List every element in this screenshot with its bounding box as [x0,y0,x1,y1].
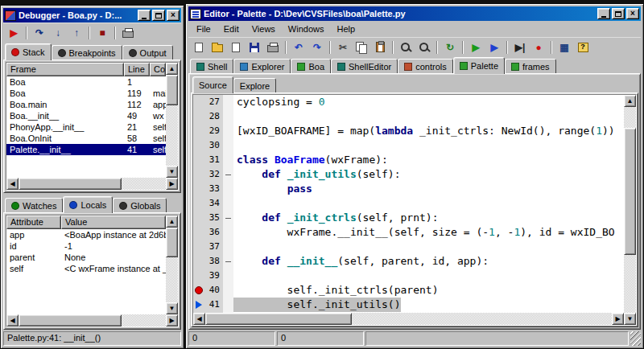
code-line[interactable]: 36 wxFrame.__init__(self, size = (-1, -1… [193,225,624,240]
menu-file[interactable]: File [190,23,217,35]
resize-grip[interactable] [630,331,641,346]
locals-rows[interactable]: app<BoaApp instance at 2d6b49id-1parentN… [6,229,166,314]
fold-margin[interactable] [223,109,233,124]
undo-button[interactable]: ↶ [290,39,308,55]
editor-maximize-button[interactable] [612,8,625,19]
editor-close-button[interactable]: × [626,8,639,19]
code-line[interactable]: 40 self._init_ctrls(parent) [193,283,624,298]
copy-button[interactable] [353,39,370,55]
run-to-cursor-button[interactable]: ▶| [511,39,529,55]
fold-margin[interactable] [223,225,233,240]
code-line[interactable]: 35 def _init_ctrls(self, prnt): [193,211,624,225]
tab-explorer[interactable]: Explorer [233,59,291,73]
tab-shell[interactable]: Shell [190,59,233,73]
fold-margin[interactable] [223,211,233,225]
locals-hscrollbar-thumb[interactable] [19,314,122,326]
debugger-maximize-button[interactable] [152,10,165,21]
tab-source[interactable]: Source [192,76,233,93]
fold-margin[interactable] [223,182,233,196]
marker-margin[interactable] [193,95,204,109]
marker-margin[interactable] [193,211,204,225]
fold-margin[interactable] [223,167,233,182]
debugger-close-button[interactable]: × [167,10,180,21]
stack-rows[interactable]: Boa1Boa119maiBoa.main112appBoa.__init__4… [6,76,166,178]
save-button[interactable] [246,39,263,55]
new-button[interactable] [190,39,208,55]
stack-row[interactable]: Palette.__init__41self [6,144,166,155]
column-header-line[interactable]: Line [124,63,150,76]
editor-vscrollbar[interactable]: ▲▼ [624,95,636,325]
fold-margin[interactable] [223,283,233,298]
stack-hscrollbar-left-button[interactable]: ◀ [6,178,19,190]
marker-margin[interactable] [193,124,204,138]
step-out-button[interactable]: ↑ [68,25,85,41]
locals-row[interactable]: parentNone [6,252,166,263]
help-button[interactable]: ? [574,39,592,55]
reload-button[interactable]: ↻ [441,39,459,55]
code-line[interactable]: 39 [193,269,624,283]
code-line[interactable]: 32 def _init_utils(self): [193,167,624,182]
stack-row[interactable]: Boa.OnInit58self [6,133,166,144]
code-line[interactable]: 41 self._init_utils() [193,298,624,312]
tab-palette[interactable]: Palette [453,57,505,74]
column-header-co[interactable]: Co [150,63,166,76]
locals-vscrollbar-down-button[interactable]: ▼ [166,302,178,314]
marker-margin[interactable] [193,269,204,283]
locals-hscrollbar-left-button[interactable]: ◀ [6,314,19,326]
continue-button[interactable]: ▶ [5,25,23,41]
open-button[interactable] [208,39,226,55]
editor-hscrollbar-right-button[interactable]: ▶ [612,313,624,325]
locals-row[interactable]: id-1 [6,240,166,252]
fold-margin[interactable] [223,269,233,283]
column-header-attribute[interactable]: Attribute [6,216,61,229]
editor-vscrollbar-track[interactable] [624,107,636,313]
editor-hscrollbar-track[interactable] [205,313,612,325]
editor-hscrollbar-left-button[interactable]: ◀ [193,313,205,325]
fold-margin[interactable] [223,240,233,254]
code-line[interactable]: 30 [193,138,624,153]
editor-vscrollbar-thumb[interactable] [624,128,636,256]
editor-vscrollbar-down-button[interactable]: ▼ [624,313,636,325]
marker-margin[interactable] [193,254,204,269]
marker-margin[interactable] [193,167,204,182]
fold-marker-icon[interactable] [225,218,231,219]
code-line[interactable]: 27cyclopsing = 0 [193,95,624,109]
marker-margin[interactable] [193,240,204,254]
locals-hscrollbar-track[interactable] [19,314,166,326]
marker-margin[interactable] [193,298,204,312]
stack-vscrollbar-up-button[interactable]: ▲ [166,63,178,75]
editor-hscrollbar[interactable]: ◀▶ [193,313,624,325]
column-header-frame[interactable]: Frame [6,63,124,76]
marker-margin[interactable] [193,196,204,211]
compile-check-button[interactable]: ▦ [555,39,573,55]
editor-hscrollbar-thumb[interactable] [205,313,352,325]
code-line[interactable]: 29[wxID_BOAFRAME] = map(lambda _init_ctr… [193,124,624,138]
debugger-minimize-button[interactable] [138,10,151,21]
locals-hscrollbar-right-button[interactable]: ▶ [166,314,178,326]
locals-row[interactable]: self<C wxFrame instance at _2d9 [6,263,166,274]
fold-margin[interactable] [223,95,233,109]
run-app-button[interactable]: ▶ [485,39,503,55]
locals-hscrollbar[interactable]: ◀▶ [6,314,178,326]
close-module-button[interactable] [227,39,245,55]
marker-margin[interactable] [193,182,204,196]
fold-margin[interactable] [223,153,233,167]
tab-shelleditor[interactable]: ShellEditor [331,59,398,73]
stack-vscrollbar-track[interactable] [166,75,178,166]
stack-hscrollbar-right-button[interactable]: ▶ [166,178,178,190]
tab-stack[interactable]: Stack [5,43,52,60]
code-line[interactable]: 28 [193,109,624,124]
stack-hscrollbar-thumb[interactable] [19,178,122,190]
marker-margin[interactable] [193,283,204,298]
code-line[interactable]: 34 [193,196,624,211]
marker-margin[interactable] [193,109,204,124]
fold-margin[interactable] [223,298,233,312]
step-in-button[interactable]: ↓ [49,25,67,41]
step-over-button[interactable]: ↷ [31,25,48,41]
menu-help[interactable]: Help [330,23,361,35]
print-button[interactable] [119,25,137,41]
stack-row[interactable]: Boa.__init__49wx [6,110,166,121]
debugger-titlebar[interactable]: Debugger - Boa.py - D:... × [3,8,181,23]
tab-boa[interactable]: Boa [291,59,331,73]
tab-watches[interactable]: Watches [5,198,63,212]
